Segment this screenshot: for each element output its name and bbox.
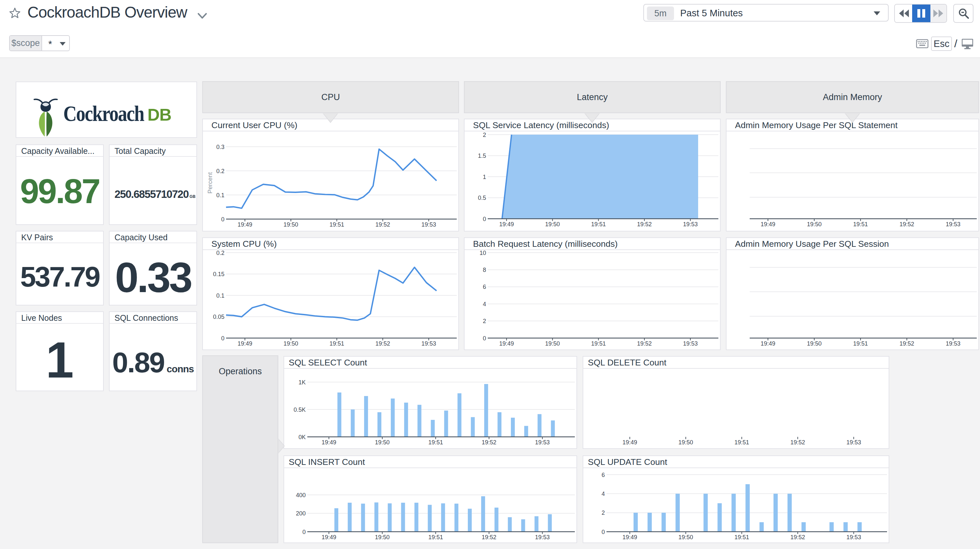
svg-text:4: 4 [483,301,486,308]
svg-text:19:52: 19:52 [482,439,496,446]
svg-text:19:50: 19:50 [545,221,560,228]
svg-text:0: 0 [221,216,224,223]
svg-text:19:49: 19:49 [760,340,775,347]
svg-text:1.5: 1.5 [478,152,486,159]
svg-text:2: 2 [483,318,486,324]
svg-text:19:52: 19:52 [375,340,390,347]
svg-text:19:50: 19:50 [375,439,390,446]
svg-text:19:51: 19:51 [853,340,868,347]
svg-text:0: 0 [302,529,305,535]
svg-text:19:49: 19:49 [499,340,514,347]
svg-text:8: 8 [483,267,486,273]
svg-text:6: 6 [601,472,605,478]
svg-text:19:53: 19:53 [846,534,861,541]
svg-text:19:53: 19:53 [846,439,861,446]
svg-text:0: 0 [601,529,605,535]
svg-text:19:50: 19:50 [375,534,390,541]
svg-text:19:49: 19:49 [622,439,637,446]
svg-text:19:49: 19:49 [237,221,252,228]
svg-text:0.1: 0.1 [216,292,224,299]
svg-text:19:50: 19:50 [545,340,560,347]
svg-text:19:52: 19:52 [637,340,652,347]
svg-text:0.15: 0.15 [213,271,224,278]
svg-text:19:51: 19:51 [428,439,443,446]
svg-text:19:51: 19:51 [591,340,606,347]
svg-text:Percent: Percent [207,172,213,194]
svg-text:19:53: 19:53 [946,221,961,228]
svg-text:19:49: 19:49 [622,534,637,541]
svg-text:19:52: 19:52 [375,221,390,228]
svg-text:19:50: 19:50 [679,534,693,541]
svg-text:0: 0 [221,335,224,342]
svg-text:19:51: 19:51 [591,221,606,228]
svg-text:19:49: 19:49 [237,340,252,347]
svg-text:19:51: 19:51 [329,221,344,228]
svg-text:1K: 1K [299,379,305,386]
svg-text:4: 4 [601,491,605,497]
svg-text:19:52: 19:52 [899,221,914,228]
svg-text:0.5K: 0.5K [294,406,305,413]
svg-text:0.2: 0.2 [216,250,224,256]
svg-text:200: 200 [296,510,305,517]
svg-text:2: 2 [601,509,605,516]
svg-text:19:49: 19:49 [322,534,336,541]
svg-text:10: 10 [480,250,486,256]
svg-text:0.5: 0.5 [478,195,486,201]
svg-text:19:49: 19:49 [499,221,514,228]
svg-text:19:52: 19:52 [899,340,914,347]
svg-text:19:50: 19:50 [807,340,821,347]
svg-text:19:51: 19:51 [853,221,868,228]
svg-text:0: 0 [483,216,486,222]
svg-text:19:50: 19:50 [283,221,298,228]
svg-text:19:53: 19:53 [535,534,550,541]
svg-text:19:49: 19:49 [322,439,336,446]
svg-text:19:51: 19:51 [428,534,443,541]
svg-text:0.1: 0.1 [216,192,224,198]
svg-text:19:51: 19:51 [734,439,749,446]
svg-text:19:52: 19:52 [791,439,805,446]
svg-text:19:50: 19:50 [679,439,693,446]
svg-text:0: 0 [483,335,486,342]
svg-text:0.3: 0.3 [216,144,224,150]
svg-text:19:53: 19:53 [946,340,961,347]
svg-text:19:53: 19:53 [422,340,436,347]
svg-text:19:50: 19:50 [283,340,298,347]
svg-text:0K: 0K [299,434,305,440]
svg-text:0.05: 0.05 [213,314,224,320]
svg-text:19:53: 19:53 [422,221,436,228]
svg-text:1: 1 [483,174,486,180]
svg-text:19:51: 19:51 [329,340,344,347]
svg-text:6: 6 [483,284,486,290]
svg-text:19:53: 19:53 [683,340,698,347]
svg-text:19:49: 19:49 [760,221,775,228]
svg-text:2: 2 [483,132,486,138]
svg-text:19:53: 19:53 [683,221,698,228]
svg-text:19:51: 19:51 [734,534,749,541]
svg-text:400: 400 [296,492,305,498]
svg-text:19:50: 19:50 [807,221,821,228]
svg-text:19:52: 19:52 [482,534,496,541]
svg-text:19:52: 19:52 [637,221,652,228]
svg-text:0.2: 0.2 [216,168,224,175]
svg-text:19:52: 19:52 [791,534,805,541]
svg-text:19:53: 19:53 [535,439,550,446]
